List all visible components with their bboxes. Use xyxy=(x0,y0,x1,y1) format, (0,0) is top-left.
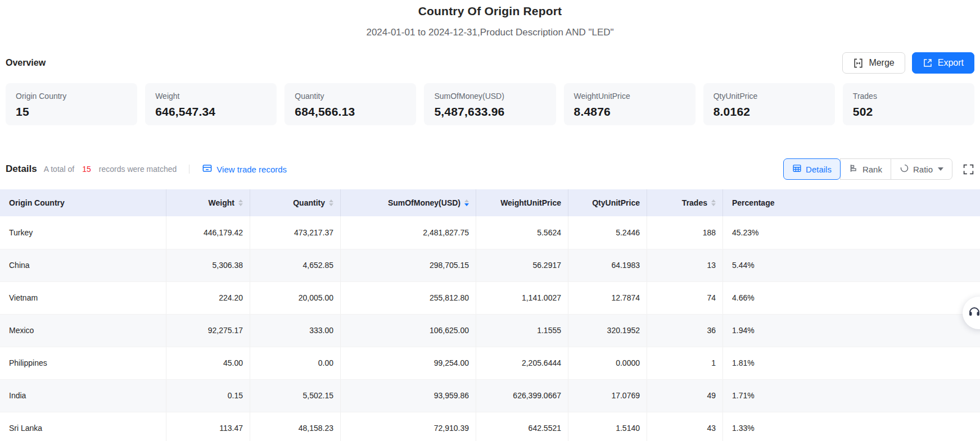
cell-sumofmoney-usd: 106,625.00 xyxy=(341,314,476,347)
cell-trades: 49 xyxy=(647,379,723,412)
cell-qtyunitprice: 64.1983 xyxy=(568,249,647,281)
stat-value: 5,487,633.96 xyxy=(434,105,545,119)
page-title: Country Of Origin Report xyxy=(0,4,980,18)
sort-icon[interactable] xyxy=(329,199,333,206)
stat-value: 502 xyxy=(853,105,964,119)
stat-card-origin-country: Origin Country 15 xyxy=(6,83,137,125)
cell-quantity: 0.00 xyxy=(250,347,341,379)
table-row: China5,306.384,652.85298,705.1556.291764… xyxy=(0,249,980,281)
sort-icon[interactable] xyxy=(464,199,469,206)
overview-section-title: Overview xyxy=(6,58,46,68)
details-left: Details A total of 15 records were match… xyxy=(6,163,287,175)
stat-value: 15 xyxy=(16,105,127,119)
page: Country Of Origin Report 2024-01-01 to 2… xyxy=(0,0,980,441)
column-label: Weight xyxy=(209,198,234,207)
cell-percentage: 4.66% xyxy=(723,281,980,314)
column-header-origin-country: Origin Country xyxy=(0,189,166,216)
cell-weight: 92,275.17 xyxy=(166,314,250,347)
sort-desc-icon xyxy=(711,203,716,206)
tab-details[interactable]: Details xyxy=(783,158,841,180)
cell-weightunitprice: 2,205.6444 xyxy=(476,347,568,379)
sort-icon[interactable] xyxy=(711,199,716,206)
cell-weightunitprice: 56.2917 xyxy=(476,249,568,281)
details-right: Details Rank xyxy=(783,158,974,180)
cell-weight: 113.47 xyxy=(166,412,250,441)
headset-icon xyxy=(963,305,980,321)
table-row: Vietnam224.2020,005.00255,812.801,141.00… xyxy=(0,281,980,314)
sort-asc-icon xyxy=(329,199,333,202)
cell-quantity: 473,217.37 xyxy=(250,216,341,249)
sort-desc-icon xyxy=(464,203,469,206)
cell-percentage: 5.44% xyxy=(723,249,980,281)
stat-value: 8.0162 xyxy=(713,105,825,119)
cell-trades: 74 xyxy=(647,281,723,314)
cell-sumofmoney-usd: 298,705.15 xyxy=(341,249,476,281)
table-row: Philippines45.000.0099,254.002,205.64440… xyxy=(0,347,980,379)
export-button-label: Export xyxy=(938,58,964,68)
stat-label: SumOfMoney(USD) xyxy=(434,92,545,101)
table-row: Sri Lanka113.4748,158.2372,910.39642.552… xyxy=(0,412,980,441)
stat-label: WeightUnitPrice xyxy=(574,92,685,101)
cell-qtyunitprice: 320.1952 xyxy=(568,314,647,347)
cell-origin-country: Sri Lanka xyxy=(0,412,166,441)
tab-ratio-label: Ratio xyxy=(913,165,933,174)
cell-trades: 188 xyxy=(647,216,723,249)
stat-card-weight-unit-price: WeightUnitPrice 8.4876 xyxy=(564,83,696,125)
rank-icon xyxy=(849,163,859,175)
column-header-qtyunitprice: QtyUnitPrice xyxy=(568,189,647,216)
column-label: WeightUnitPrice xyxy=(500,198,561,207)
export-button[interactable]: Export xyxy=(912,52,974,74)
tab-rank[interactable]: Rank xyxy=(840,158,891,180)
cell-quantity: 333.00 xyxy=(250,314,341,347)
stat-label: Weight xyxy=(155,92,267,101)
cell-weight: 224.20 xyxy=(166,281,250,314)
cell-quantity: 4,652.85 xyxy=(250,249,341,281)
stat-card-trades: Trades 502 xyxy=(843,83,974,125)
cell-trades: 13 xyxy=(647,249,723,281)
view-trade-records-link[interactable]: View trade records xyxy=(202,163,287,175)
table-row: India0.155,502.1593,959.86626,399.066717… xyxy=(0,379,980,412)
merge-button[interactable]: Merge xyxy=(842,52,905,74)
cell-weight: 45.00 xyxy=(166,347,250,379)
chevron-down-icon xyxy=(938,167,943,171)
sort-desc-icon xyxy=(329,203,333,206)
details-section-title: Details xyxy=(6,163,37,175)
table-row: Mexico92,275.17333.00106,625.001.1555320… xyxy=(0,314,980,347)
cell-qtyunitprice: 17.0769 xyxy=(568,379,647,412)
view-switcher: Details Rank xyxy=(783,158,952,180)
column-header-trades[interactable]: Trades xyxy=(647,189,723,216)
cell-percentage: 1.71% xyxy=(723,379,980,412)
cell-sumofmoney-usd: 2,481,827.75 xyxy=(341,216,476,249)
stat-card-weight: Weight 646,547.34 xyxy=(145,83,277,125)
column-label: QtyUnitPrice xyxy=(592,198,640,207)
view-trade-records-label: View trade records xyxy=(216,165,287,174)
column-label: Origin Country xyxy=(9,198,65,207)
column-header-sumofmoney-usd[interactable]: SumOfMoney(USD) xyxy=(341,189,476,216)
tab-ratio[interactable]: Ratio xyxy=(891,158,952,180)
stat-value: 684,566.13 xyxy=(295,105,406,119)
column-header-quantity[interactable]: Quantity xyxy=(250,189,341,216)
column-label: Trades xyxy=(682,198,707,207)
details-table: Origin CountryWeightQuantitySumOfMoney(U… xyxy=(0,189,980,441)
report-header: Country Of Origin Report 2024-01-01 to 2… xyxy=(0,0,980,38)
stat-card-quantity: Quantity 684,566.13 xyxy=(284,83,416,125)
cell-trades: 43 xyxy=(647,412,723,441)
cell-qtyunitprice: 1.5140 xyxy=(568,412,647,441)
cell-weight: 446,179.42 xyxy=(166,216,250,249)
cell-origin-country: China xyxy=(0,249,166,281)
sort-desc-icon xyxy=(238,203,243,206)
sort-asc-icon xyxy=(464,199,469,202)
column-header-weight[interactable]: Weight xyxy=(166,189,250,216)
fullscreen-icon[interactable] xyxy=(963,163,974,175)
column-label: Quantity xyxy=(293,198,325,207)
column-label: Percentage xyxy=(732,198,774,207)
cell-percentage: 1.33% xyxy=(723,412,980,441)
cell-qtyunitprice: 5.2446 xyxy=(568,216,647,249)
sort-icon[interactable] xyxy=(238,199,243,206)
vertical-divider xyxy=(189,165,189,174)
cell-origin-country: Vietnam xyxy=(0,281,166,314)
column-header-percentage: Percentage xyxy=(723,189,980,216)
tab-rank-label: Rank xyxy=(862,165,882,174)
cell-origin-country: India xyxy=(0,379,166,412)
merge-icon xyxy=(853,58,864,69)
